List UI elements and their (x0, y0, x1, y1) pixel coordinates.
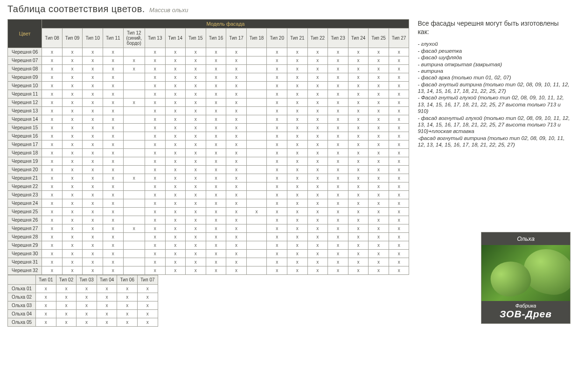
row-head: Черешня 20 (8, 166, 42, 174)
cell: x (328, 241, 348, 250)
cell: x (62, 124, 83, 132)
col-head: Тип 12 (синий, бордо) (123, 28, 145, 48)
cell: x (165, 124, 186, 132)
cell: x (186, 199, 206, 208)
note-line: - глухой (418, 41, 571, 47)
hdr-color: Цвет (8, 20, 42, 48)
cell: x (206, 199, 226, 208)
cell: x (77, 301, 97, 310)
card-bottom: Фабрика ЗОВ-Древ (481, 301, 570, 323)
cell (246, 166, 267, 174)
cell: x (145, 65, 165, 73)
cell: x (226, 208, 247, 216)
cell: x (267, 48, 287, 56)
cell: x (42, 208, 63, 216)
cell: x (145, 191, 165, 199)
cell: x (62, 241, 83, 250)
cell: x (206, 149, 226, 157)
cell: x (206, 266, 226, 275)
row-head: Черешня 13 (8, 107, 42, 115)
cell: x (267, 216, 287, 224)
cell: x (83, 224, 103, 233)
cell: x (226, 107, 247, 115)
cell: x (206, 224, 226, 233)
cell: x (328, 166, 348, 174)
cell: x (83, 216, 103, 224)
cell: x (83, 124, 103, 132)
cell: x (42, 48, 63, 56)
row-head: Черешня 10 (8, 82, 42, 90)
cell: x (62, 157, 83, 166)
cell: x (42, 157, 63, 166)
cell: x (369, 65, 389, 73)
cell: x (145, 73, 165, 82)
title-main: Таблица соответствия цветов. (7, 4, 145, 14)
cell: x (36, 293, 56, 301)
cell: x (145, 250, 165, 258)
cell: x (165, 166, 186, 174)
cell: x (103, 124, 123, 132)
row-head: Черешня 16 (8, 132, 42, 140)
cell: x (103, 224, 123, 233)
cell: x (165, 157, 186, 166)
cell: x (287, 73, 307, 82)
col-head: Тип 25 (369, 28, 389, 48)
cell: x (186, 65, 206, 73)
cell: x (42, 174, 63, 182)
cell (123, 250, 145, 258)
cell: x (206, 216, 226, 224)
cell: x (42, 166, 63, 174)
cell: x (389, 48, 409, 56)
cell (123, 166, 145, 174)
cell: x (348, 250, 369, 258)
cell: x (186, 208, 206, 216)
cell: x (206, 140, 226, 149)
cell: x (165, 98, 186, 107)
cell: x (307, 199, 328, 208)
note-line: - витрина открытая (закрытая) (418, 61, 571, 68)
cell: x (62, 208, 83, 216)
cell: x (348, 266, 369, 275)
note-line: - фасад арка (только тип 01, 02, 07) (418, 74, 571, 81)
cell: x (389, 157, 409, 166)
cell: x (62, 266, 83, 275)
cell: x (62, 174, 83, 182)
cell: x (328, 250, 348, 258)
cell: x (117, 310, 138, 318)
cell: x (307, 233, 328, 241)
note-line: - фасад решетка (418, 48, 571, 54)
row-head: Черешня 31 (8, 258, 42, 266)
cell: x (226, 266, 247, 275)
cell: x (62, 149, 83, 157)
cell: x (42, 241, 63, 250)
row-head: Черешня 28 (8, 233, 42, 241)
cell: x (389, 56, 409, 65)
cell: x (186, 115, 206, 124)
cell: x (206, 124, 226, 132)
cell: x (307, 115, 328, 124)
cell: x (56, 293, 77, 301)
cell: x (206, 182, 226, 191)
cell: x (62, 48, 83, 56)
cell: x (389, 124, 409, 132)
cell: x (165, 182, 186, 191)
cell: x (97, 285, 117, 293)
col-head: Тип 22 (307, 28, 328, 48)
cell: x (83, 90, 103, 98)
cell: x (103, 266, 123, 275)
cell: x (369, 140, 389, 149)
cell: x (369, 98, 389, 107)
cell: x (56, 310, 77, 318)
cell: x (186, 216, 206, 224)
cell: x (36, 310, 56, 318)
cell: x (206, 166, 226, 174)
cell: x (165, 191, 186, 199)
cell: x (348, 115, 369, 124)
cell: x (117, 285, 138, 293)
cell: x (123, 65, 145, 73)
cell: x (307, 107, 328, 115)
cell: x (369, 258, 389, 266)
col-head: Тип 20 (267, 28, 287, 48)
cell: x (165, 149, 186, 157)
cell: x (348, 166, 369, 174)
